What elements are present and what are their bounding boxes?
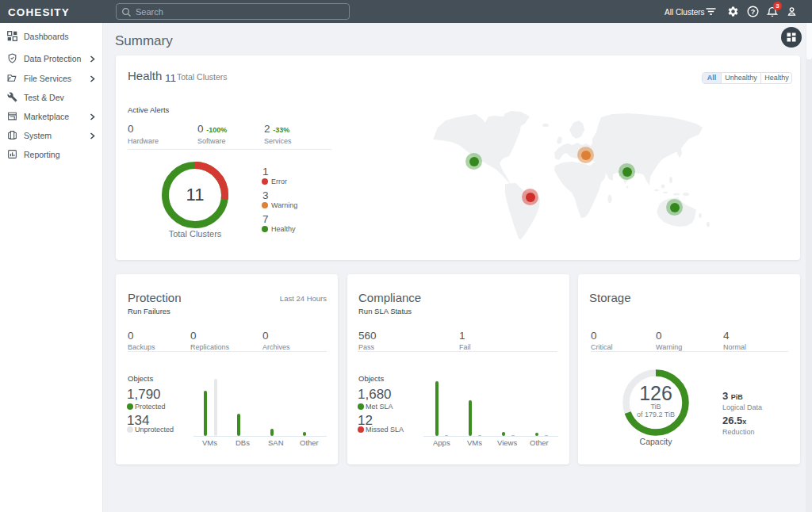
svg-text:?: ? (751, 8, 756, 16)
